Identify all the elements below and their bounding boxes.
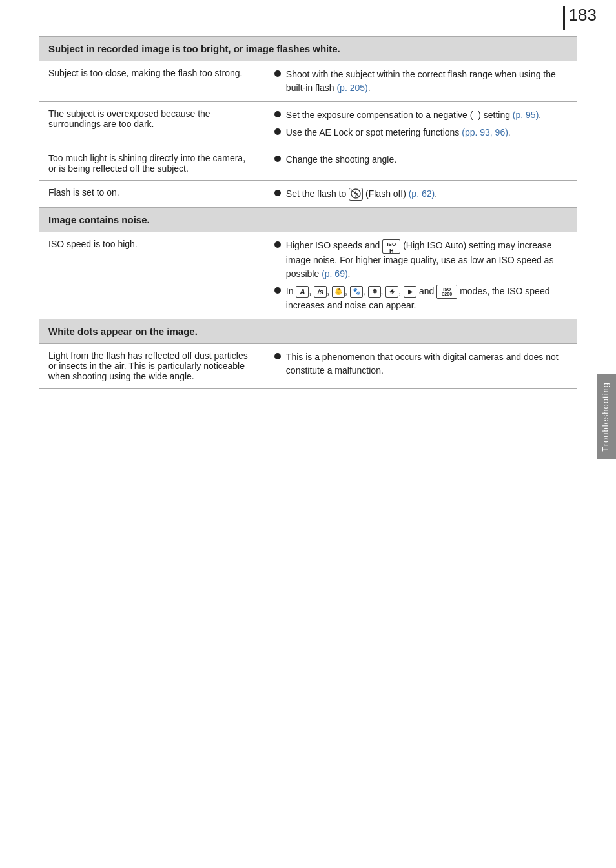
solution-cell: Set the exposure compensation to a negat… <box>265 102 577 146</box>
solution-text: In A, /s, 👶, 🐾, ❄, ☀, ▶ and ISO3200 mode… <box>286 285 568 312</box>
solution-text: Shoot with the subject within the correc… <box>286 68 568 95</box>
list-item: Shoot with the subject within the correc… <box>274 68 568 95</box>
mode-video-icon: ▶ <box>404 286 416 298</box>
list-item: In A, /s, 👶, 🐾, ❄, ☀, ▶ and ISO3200 mode… <box>274 285 568 312</box>
solution-cell: Shoot with the subject within the correc… <box>265 61 577 102</box>
mode-snow-icon: ❄ <box>368 286 381 298</box>
cause-cell: Subject is too close, making the flash t… <box>39 61 265 102</box>
bullet-icon <box>274 70 281 77</box>
mode-a-icon: A <box>296 286 309 298</box>
link: (p. 95) <box>513 110 539 120</box>
solution-list: This is a phenomenon that occurs with di… <box>274 350 568 378</box>
link: (p. 62) <box>409 188 435 199</box>
bullet-icon <box>274 241 281 248</box>
side-tab-label: Troubleshooting <box>601 382 610 452</box>
troubleshoot-table: Subject in recorded image is too bright,… <box>39 36 577 389</box>
side-tab: Troubleshooting <box>597 374 616 459</box>
cause-text: ISO speed is too high. <box>48 239 138 249</box>
bullet-icon <box>274 156 281 162</box>
solution-text: Change the shooting angle. <box>286 153 396 167</box>
solution-list: Set the exposure compensation to a negat… <box>274 108 568 139</box>
link: (pp. 93, 96) <box>462 127 508 137</box>
mode-kids-icon: 👶 <box>332 286 345 298</box>
flash-off-svg <box>350 188 362 199</box>
flash-off-icon <box>349 188 363 201</box>
section-noise-title: Image contains noise. <box>48 214 150 225</box>
solution-text: Set the flash to (Flash off) (p. 62). <box>286 187 437 201</box>
section-bright-header: Subject in recorded image is too bright,… <box>39 37 577 61</box>
list-item: Set the flash to (Flash off) (p. 62). <box>274 187 568 201</box>
list-item: Set the exposure compensation to a negat… <box>274 108 568 122</box>
solution-list: Higher ISO speeds and ISOH (High ISO Aut… <box>274 239 568 312</box>
page-number: 183 <box>569 6 597 23</box>
mode-s-icon: /s <box>314 286 327 298</box>
bullet-icon <box>274 287 281 294</box>
table-row: Flash is set to on. Set the flash to <box>39 181 577 208</box>
cause-text: Subject is too close, making the flash t… <box>48 68 242 78</box>
solution-cell: This is a phenomenon that occurs with di… <box>265 343 577 388</box>
solution-list: Set the flash to (Flash off) (p. 62). <box>274 187 568 201</box>
solution-cell: Set the flash to (Flash off) (p. 62). <box>265 181 577 208</box>
link: (p. 205) <box>336 83 367 93</box>
section-dots-title: White dots appear on the image. <box>48 326 198 337</box>
iso-3200-icon: ISO3200 <box>436 285 457 299</box>
cause-text: Too much light is shining directly into … <box>48 153 245 174</box>
solution-list: Change the shooting angle. <box>274 153 568 167</box>
table-row: Light from the flash has reflected off d… <box>39 343 577 388</box>
solution-text: Higher ISO speeds and ISOH (High ISO Aut… <box>286 239 568 280</box>
cause-text: The subject is overexposed because the s… <box>48 108 210 129</box>
section-noise-header: Image contains noise. <box>39 208 577 232</box>
cause-cell: Flash is set to on. <box>39 181 265 208</box>
mode-beach-icon: ☀ <box>385 286 398 298</box>
cause-text: Light from the flash has reflected off d… <box>48 350 248 381</box>
table-row: The subject is overexposed because the s… <box>39 102 577 146</box>
link: (p. 69) <box>322 268 347 279</box>
bullet-icon <box>274 128 281 135</box>
page-divider <box>563 6 565 30</box>
solution-cell: Higher ISO speeds and ISOH (High ISO Aut… <box>265 232 577 319</box>
section-dots-header-cell: White dots appear on the image. <box>39 319 577 343</box>
table-row: Too much light is shining directly into … <box>39 146 577 181</box>
cause-cell: The subject is overexposed because the s… <box>39 102 265 146</box>
section-noise-header-cell: Image contains noise. <box>39 208 577 232</box>
bullet-icon <box>274 190 281 196</box>
section-dots-header: White dots appear on the image. <box>39 319 577 343</box>
solution-text: Use the AE Lock or spot metering functio… <box>286 126 511 139</box>
solution-cell: Change the shooting angle. <box>265 146 577 181</box>
section-bright-title: Subject in recorded image is too bright,… <box>48 43 340 54</box>
list-item: Higher ISO speeds and ISOH (High ISO Aut… <box>274 239 568 280</box>
solution-text: This is a phenomenon that occurs with di… <box>286 350 568 378</box>
table-row: ISO speed is too high. Higher ISO speeds… <box>39 232 577 319</box>
iso-hi-icon: ISOH <box>382 239 400 254</box>
bullet-icon <box>274 111 281 117</box>
solution-text: Set the exposure compensation to a negat… <box>286 108 541 122</box>
page-number-bar: 183 <box>0 0 616 30</box>
section-bright-header-cell: Subject in recorded image is too bright,… <box>39 37 577 61</box>
cause-cell: Too much light is shining directly into … <box>39 146 265 181</box>
cause-cell: ISO speed is too high. <box>39 232 265 319</box>
table-row: Subject is too close, making the flash t… <box>39 61 577 102</box>
cause-cell: Light from the flash has reflected off d… <box>39 343 265 388</box>
list-item: Use the AE Lock or spot metering functio… <box>274 126 568 139</box>
bullet-icon <box>274 353 281 359</box>
list-item: This is a phenomenon that occurs with di… <box>274 350 568 378</box>
solution-list: Shoot with the subject within the correc… <box>274 68 568 95</box>
mode-pets-icon: 🐾 <box>350 286 363 298</box>
list-item: Change the shooting angle. <box>274 153 568 167</box>
cause-text: Flash is set to on. <box>48 187 119 197</box>
main-content: Subject in recorded image is too bright,… <box>0 30 616 414</box>
